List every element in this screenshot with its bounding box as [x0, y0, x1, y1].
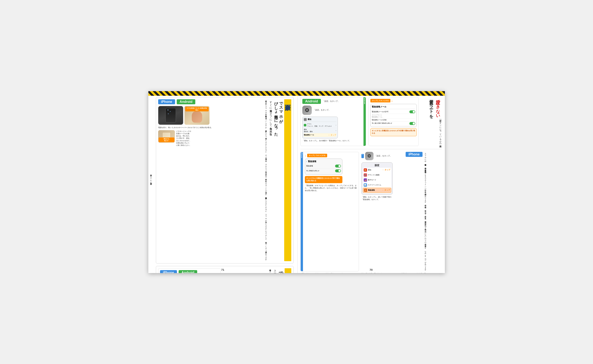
iphone-label-settings: i	[361, 154, 364, 158]
iphone-orange-note: オンにすると音量設定にかかわらず音で通知を受け取れる	[305, 176, 342, 183]
page-number-right: 70	[370, 268, 372, 271]
power-outage-body-text: 停電時はスマホの背面にあるライトを活用しましょう。Androidでは「クイック設…	[268, 268, 272, 273]
settings-row-notification: 🔔 通知 ← タップ	[363, 168, 391, 172]
notif-icon: 🔔	[364, 168, 367, 172]
iphone-flashlight-demo: iPhone Android iPhone ①コントロールセンターを表示	[158, 268, 221, 273]
title-emphasis-vertical: 設定できない	[435, 97, 441, 116]
iphone-tap-arrow: ↓	[305, 154, 306, 157]
test-alert-row: テストアラート緊急速報メール...	[372, 114, 415, 119]
iphone-label-bottom: iPhone	[160, 270, 177, 273]
settings-row-focus: 🌙 集中モード	[363, 178, 391, 182]
iphone-screen-header: ‹ 緊急速報	[306, 160, 341, 163]
rain-heading-block: すぐに電源をオフにして水滴を拭き取る でスマホがびしょ濡れになった 豪雨	[269, 99, 291, 261]
sound-icon: 🔊	[364, 173, 367, 177]
ios-settings-title: 設定	[363, 164, 391, 167]
sound-label: サウンドと触覚	[368, 174, 379, 176]
iphone-tap-on-label: タップしてオンにする	[307, 154, 327, 157]
heading-accent-text: 豪雨	[284, 99, 291, 261]
emergency-mail-screen-mock: 緊急速報メール 緊急速報メールの許可 テストアラート緊急速報メール... 緊急速…	[370, 104, 417, 127]
android-silent-row: 通知通知音、通知 ›	[304, 128, 336, 133]
ios-settings-list: 🔔 通知 ← タップ 🔊 サウンドと触覚 🌙 集中モード	[363, 168, 391, 193]
android-label-alert: Android	[302, 99, 321, 104]
title-sub-text: 「設定」でオンになっているかの確認を	[439, 118, 442, 146]
tap-arrow: ↓	[391, 99, 393, 103]
iphone-emergency-explanation: 「緊急速報」がオフになっている場合は、タップしてオンにする。また、「常に警報音を…	[305, 184, 357, 192]
emergency-screen-title: 緊急速報メール	[372, 105, 415, 109]
power-outage-section: iPhone Android iPhone ①コントロールセンターを表示	[156, 266, 293, 273]
iphone-tap-on-row: ↓ タップしてオンにする	[305, 154, 357, 157]
heading-accent-block: 豪雨	[284, 99, 291, 261]
emergency-label: 緊急速報	[368, 189, 375, 191]
iphone-flashlight-title: iPhone Android	[160, 270, 219, 273]
right-side-explanation-text: スマホには、緊急地震速報や、自治体の災害情報、避難勧告などをスマートフォンが受け…	[424, 152, 427, 271]
screentime-icon: 📊	[364, 183, 367, 187]
allow-toggle-row: 緊急速報メールの許可	[372, 110, 415, 114]
back-chevron-iphone: ‹	[306, 160, 307, 163]
right-top-area: Android Android 「設定」をタップ。 ⚙ 「設定」をタップ。 ←	[300, 97, 442, 146]
alarm-toggle-row: 常に警報音を鳴らす	[306, 169, 341, 173]
page-number-left: 71	[221, 268, 224, 271]
iphone-title-side: iPhone スマホには、緊急地震速報や、自治体の災害情報、避難勧告などをスマー…	[406, 152, 427, 271]
bottom-device-demos: iPhone Android iPhone ①コントロールセンターを表示	[158, 268, 221, 273]
iphone-side-label-emergency: iPhone	[301, 152, 303, 271]
notif-tap-indicator: ← タップ	[382, 169, 390, 171]
android-notification-screen: ← 通知 アプリフォント、音楽、マップ、デフォルト › 通知通知音、通知 ›	[302, 117, 338, 138]
android-notif-header: ← 通知	[304, 118, 336, 122]
android-bottom-explanation: 「緊急速報メールの許可」がオフ状態の場合は、タップしてオンにする。また、「常に最…	[300, 273, 442, 273]
heading-main-text: でスマホがびしょ濡れになった	[274, 99, 283, 261]
emergency-screen-title-iphone: 緊急速報	[308, 160, 316, 163]
orange-note-box-android: オンにすると音量設定にかかわらず大音量で通知を受け取れる	[370, 128, 417, 136]
tap-on-label: タップしてオンにする	[370, 99, 390, 102]
port-instruction-text: イヤホンジャックや充電ケーブルの差込口は、特に念入りに乾かす。差込口にタオルを当…	[176, 130, 221, 147]
orange-note-title: オンにすると音量設定にかかわらず大音量で通知を受け取れる	[372, 130, 415, 135]
hand-towel-image: スマホ本体についた 水滴を拭き取る	[184, 106, 209, 125]
title-line1: 災害アラートを	[429, 97, 434, 116]
power-outage-main-heading: で何も見えない	[278, 268, 284, 273]
iphone-label-bottom-right: iPhone	[406, 152, 423, 157]
left-page: 災害時のスマホ活用術 iPhone Android	[148, 91, 298, 273]
allow-label: 緊急速報メールの許可	[372, 111, 389, 113]
settings-row-screentime: 📊 スクリーンタイム	[363, 183, 391, 187]
emergency-toggle-row: 緊急速報	[306, 164, 341, 169]
bubble-port-dry: 差込口も乾かす	[159, 137, 175, 142]
focus-icon: 🌙	[364, 178, 367, 182]
heavy-rain-section: iPhone Android	[156, 97, 293, 263]
spread-container: 災害時のスマホ活用術 iPhone Android	[148, 91, 445, 273]
android-settings-display: ⚙ 「設定」をタップ。	[302, 105, 361, 115]
android-app-row: アプリフォント、音楽、マップ、デフォルト ›	[304, 123, 336, 128]
android-settings-label: 「設定」をタップ。	[313, 109, 330, 111]
android-side-label-alert: Android	[364, 97, 366, 146]
settings-row-emergency: ⚠ 緊急速報 ← タップ	[363, 188, 391, 193]
screentime-label: スクリーンタイム	[368, 184, 381, 186]
port-drying-area: 差込口も乾かす イヤホンジャックや充電ケーブルの差込口は、特に念入りに乾かす。差…	[158, 130, 221, 147]
emergency-mail-section: タップしてオンにする ↓ 緊急速報メール 緊急速報メールの許可 テストアラート緊…	[368, 97, 418, 146]
iphone-emergency-section: iPhone ↓ タップしてオンにする ‹ 緊急速報 緊急速報	[300, 152, 359, 271]
ios-settings-icon: ⚙	[365, 152, 373, 160]
wipe-instruction-text: 電源を切り、乾い たタオルやペーパー タオルですぐに 水滴を拭き取る。	[158, 126, 221, 129]
rain-body-text: 最近の多くのスマホは高い防水性を備えていますが、豪雨のなかで使用したままにすると…	[247, 99, 267, 261]
ios-settings-tap-text: 「設定」をタップ。	[375, 155, 392, 157]
left-page-content: iPhone Android	[156, 97, 293, 269]
title-main-vertical: 災害アラートを	[428, 97, 434, 116]
notif-label: 通知	[368, 169, 371, 171]
android-label-bottom: Android	[179, 270, 197, 273]
iphone-settings-column: i ⚙ 「設定」をタップ。 設定 🔔 通知 ← タップ 🔊	[361, 152, 403, 271]
android-settings-icon: ⚙	[302, 105, 312, 115]
emergency-iphone-toggle[interactable]	[335, 165, 341, 168]
ios-settings-explanation: 「通知」をタップし、続いて画面下部の「緊急速報」をタップ。	[361, 196, 393, 201]
top-section-devices: iPhone Android	[158, 99, 221, 261]
max-vol-toggle[interactable]	[409, 122, 415, 125]
tap-on-indicator: タップしてオンにする ↓	[370, 99, 417, 103]
right-page-title: 災害アラートを 設定できない 「設定」でオンになっているかの確認を	[421, 97, 442, 146]
iphone-label-and-title: iPhone	[406, 152, 423, 271]
right-page: Android Android 「設定」をタップ。 ⚙ 「設定」をタップ。 ←	[298, 91, 445, 273]
android-alert-section: Android Android 「設定」をタップ。 ⚙ 「設定」をタップ。 ←	[300, 97, 366, 146]
emergency-toggle[interactable]	[409, 110, 415, 113]
max-volume-row: 緊急速報メールの詳細	[372, 119, 415, 122]
android-alert-title: Android 「設定」をタップ。	[302, 99, 361, 104]
emergency-toggle-label: 緊急速報	[306, 165, 313, 167]
always-max-row: 常に最大音量で通知音を鳴らす	[372, 122, 415, 126]
alarm-iphone-toggle[interactable]	[335, 169, 341, 172]
device-labels-row: iPhone Android	[158, 99, 221, 104]
phone-images-top: スマホ本体についた 水滴を拭き取る	[158, 106, 221, 125]
